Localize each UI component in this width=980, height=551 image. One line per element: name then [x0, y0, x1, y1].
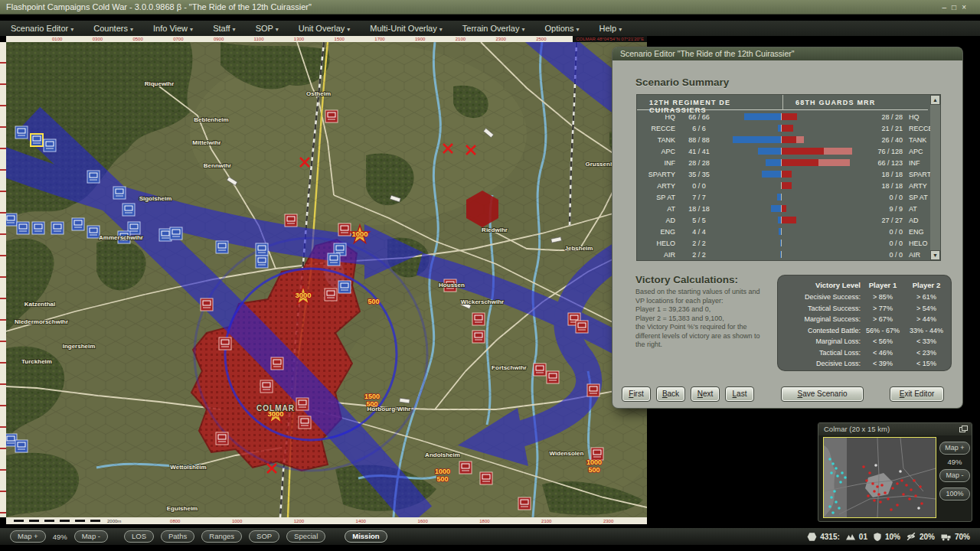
- red-unit-dot: [873, 499, 876, 502]
- unit-row-helo: HELO2 / 20 / 0HELO: [637, 237, 930, 249]
- red-unit-counter[interactable]: [296, 398, 309, 410]
- blue-unit-counter[interactable]: [170, 227, 182, 240]
- blue-unit-counter[interactable]: [15, 440, 28, 452]
- blue-unit-counter[interactable]: [216, 241, 228, 253]
- cyan-unit-dot: [828, 505, 831, 508]
- red-unit-counter[interactable]: [219, 337, 231, 350]
- blue-unit-counter[interactable]: [122, 204, 135, 216]
- scroll-down-arrow[interactable]: ▼: [930, 250, 940, 260]
- exit-editor-button[interactable]: Exit Editor: [890, 386, 944, 402]
- ruler-tick: 0300: [93, 36, 103, 42]
- menu-unit-overlay[interactable]: Unit Overlay ▾: [299, 24, 351, 33]
- blue-unit-counter[interactable]: [72, 218, 84, 230]
- blue-unit-counter[interactable]: [17, 222, 29, 234]
- blue-unit-counter[interactable]: [51, 222, 64, 234]
- maximize-button[interactable]: □: [952, 3, 956, 11]
- blue-unit-counter[interactable]: [6, 214, 17, 226]
- menu-terrain-overlay[interactable]: Terrain Overlay ▾: [462, 24, 525, 33]
- minimap-zoom-in-button[interactable]: Map +: [939, 442, 970, 455]
- last-button[interactable]: Last: [725, 386, 754, 402]
- red-unit-counter[interactable]: [459, 461, 472, 474]
- cyan-unit-dot: [830, 496, 833, 499]
- ruler-tick: 1000: [206, 519, 268, 523]
- blue-strength-bar: [780, 251, 781, 258]
- sop-button[interactable]: SOP: [249, 530, 279, 543]
- place-label-jebsheim: Jebsheim: [565, 245, 593, 252]
- red-unit-counter[interactable]: [576, 321, 588, 333]
- right-force-header: 68TH GUARDS MRR: [782, 95, 928, 110]
- save-scenario-button[interactable]: Save Scenario: [781, 386, 864, 402]
- svg-text:3000: 3000: [295, 291, 311, 299]
- next-button[interactable]: Next: [691, 386, 720, 402]
- blue-unit-counter[interactable]: [113, 187, 126, 199]
- red-unit-counter[interactable]: [587, 384, 599, 396]
- minimap-zoom-out-button[interactable]: Map -: [939, 469, 970, 482]
- ruler-tick: 1100: [254, 36, 264, 42]
- menu-counters[interactable]: Counters ▾: [93, 24, 133, 33]
- los-button[interactable]: LOS: [124, 530, 154, 543]
- blue-strength-bar: [758, 148, 781, 155]
- scroll-up-arrow[interactable]: ▲: [930, 95, 940, 105]
- unit-table-scrollbar[interactable]: ▲ ▼: [930, 95, 940, 260]
- blue-unit-counter[interactable]: [338, 281, 351, 293]
- map-zoom-out-button[interactable]: Map -: [74, 530, 108, 543]
- blue-strength-bar: [779, 228, 781, 235]
- minimap-zoom-reset-button[interactable]: 100%: [939, 487, 970, 500]
- menu-multi-unit-overlay[interactable]: Multi-Unit Overlay ▾: [370, 24, 442, 33]
- minimap-view[interactable]: [823, 437, 936, 518]
- red-unit-counter[interactable]: [480, 472, 492, 484]
- right-count: 27 / 27: [858, 217, 903, 224]
- red-unit-counter[interactable]: [472, 331, 485, 343]
- red-unit-counter[interactable]: [216, 432, 228, 445]
- red-unit-counter[interactable]: [271, 357, 283, 370]
- red-unit-counter[interactable]: [518, 497, 531, 510]
- red-unit-counter[interactable]: [260, 380, 273, 393]
- red-unit-counter[interactable]: [547, 371, 559, 383]
- back-button[interactable]: Back: [656, 386, 685, 402]
- blue-unit-counter[interactable]: [328, 253, 340, 266]
- ruler-tick: 1600: [392, 519, 454, 523]
- dialog-title-bar[interactable]: Scenario Editor "The Ride of the 12th Cu…: [612, 47, 962, 60]
- ranges-button[interactable]: Ranges: [201, 530, 242, 543]
- blue-strength-bar: [780, 240, 781, 246]
- right-count: 66 / 123: [858, 159, 903, 167]
- red-unit-counter[interactable]: [325, 289, 337, 301]
- blue-unit-counter[interactable]: [87, 226, 100, 238]
- blue-unit-counter[interactable]: [15, 126, 28, 139]
- menu-options[interactable]: Options ▾: [544, 24, 579, 33]
- blue-unit-counter[interactable]: [32, 222, 44, 234]
- place-label-ammerschwihr: Ammerschwihr: [99, 234, 143, 241]
- scenario-editor-dialog: Scenario Editor "The Ride of the 12th Cu…: [612, 47, 962, 408]
- menu-staff[interactable]: Staff ▾: [213, 24, 236, 33]
- close-button[interactable]: ×: [962, 3, 966, 11]
- minimize-button[interactable]: –: [942, 3, 947, 11]
- menu-info-view[interactable]: Info View ▾: [153, 24, 193, 33]
- ruler-tick: 0100: [52, 36, 62, 42]
- map-zoom-in-button[interactable]: Map +: [10, 530, 46, 543]
- red-unit-counter[interactable]: [325, 110, 338, 122]
- special-button[interactable]: Special: [286, 530, 325, 543]
- red-unit-counter[interactable]: [201, 298, 213, 311]
- main-map[interactable]: 300030001000500150050010005001000500 Riq…: [6, 42, 647, 517]
- blue-unit-counter[interactable]: [44, 139, 56, 152]
- red-unit-counter[interactable]: [285, 214, 297, 227]
- paths-button[interactable]: Paths: [161, 530, 194, 543]
- red-unit-counter[interactable]: [338, 223, 351, 236]
- red-unit-counter[interactable]: [534, 364, 546, 376]
- blue-unit-counter[interactable]: [256, 243, 268, 256]
- shield-icon: [873, 532, 882, 542]
- first-button[interactable]: First: [622, 386, 651, 402]
- red-unit-counter[interactable]: [472, 313, 485, 325]
- victory-row-decisive-loss: Decisive Loss:< 39%< 15%: [778, 358, 951, 370]
- layers-icon[interactable]: [959, 425, 968, 433]
- menu-sop[interactable]: SOP ▾: [256, 24, 279, 33]
- red-unit-counter[interactable]: [299, 416, 311, 429]
- map-scale-bar: [14, 520, 104, 522]
- mission-button[interactable]: Mission: [345, 530, 387, 543]
- blue-unit-counter[interactable]: [256, 256, 268, 268]
- blue-unit-counter[interactable]: [87, 171, 100, 183]
- blue-unit-counter[interactable]: [31, 134, 43, 146]
- menu-scenario-editor[interactable]: Scenario Editor ▾: [11, 24, 74, 33]
- menu-help[interactable]: Help ▾: [599, 24, 622, 33]
- blue-strength-bar: [777, 194, 781, 201]
